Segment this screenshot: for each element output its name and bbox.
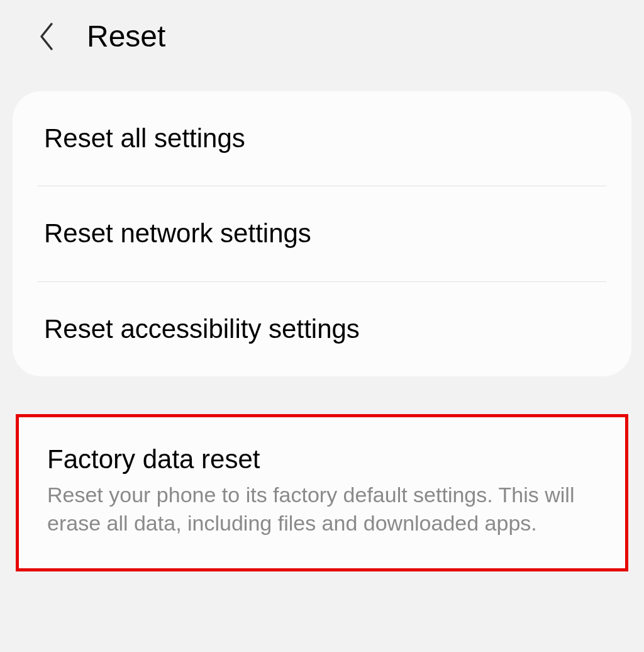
reset-accessibility-settings-item[interactable]: Reset accessibility settings xyxy=(13,282,631,376)
back-button[interactable] xyxy=(38,21,55,52)
reset-accessibility-settings-label: Reset accessibility settings xyxy=(44,313,600,345)
factory-data-reset-description: Reset your phone to its factory default … xyxy=(47,481,597,539)
factory-reset-highlight: Factory data reset Reset your phone to i… xyxy=(16,414,628,571)
reset-network-settings-label: Reset network settings xyxy=(44,218,600,249)
header: Reset xyxy=(0,0,644,72)
factory-data-reset-item[interactable]: Factory data reset Reset your phone to i… xyxy=(19,417,625,568)
reset-all-settings-label: Reset all settings xyxy=(44,123,600,154)
chevron-left-icon xyxy=(38,21,55,52)
factory-data-reset-label: Factory data reset xyxy=(47,444,597,475)
reset-all-settings-item[interactable]: Reset all settings xyxy=(13,91,631,186)
page-title: Reset xyxy=(87,19,165,53)
reset-network-settings-item[interactable]: Reset network settings xyxy=(13,186,631,281)
reset-options-group: Reset all settings Reset network setting… xyxy=(13,91,631,376)
